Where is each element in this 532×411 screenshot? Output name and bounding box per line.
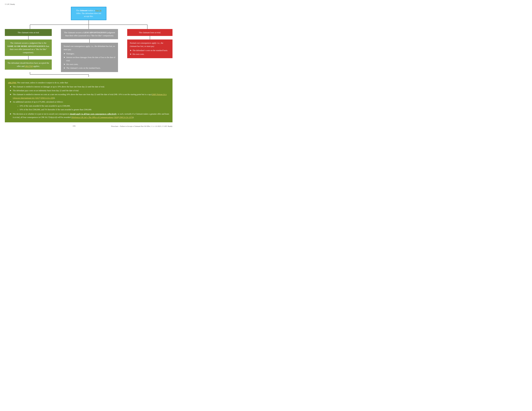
arrow-icon-3: ➤: [64, 63, 65, 66]
bottom-section: r36.17(4): The court must, unless it con…: [5, 78, 172, 122]
bottom-item-4: ➤ An additional sanction of up to £75,00…: [10, 100, 169, 112]
bottom-list: ➤ The claimant is entitled to interest o…: [10, 85, 169, 119]
arrow-icon-4: ➤: [64, 66, 65, 70]
defendant-accepted-box: The defendant should therefore have acce…: [5, 59, 52, 70]
normal-cost-center-item-2: ➤ Interest on those damages from the dat…: [64, 56, 115, 62]
bottom-item-5: ➤ The decision as to whether it is just …: [10, 112, 169, 119]
right-column: The claimant loses at trial. Normal cost…: [127, 29, 172, 58]
same-advantageous-box: The claimant secures a judgment that is …: [5, 39, 52, 56]
r36-ref-link[interactable]: r36.17(4):: [8, 82, 17, 84]
arrow-b1: ➤: [10, 85, 11, 88]
part36-link-top[interactable]: Part 36: [95, 9, 101, 12]
sub-item-2: ▪ 10% of the first £500,000, and 5% ther…: [18, 108, 92, 111]
normal-cost-center-item-3: ➤ His own costs;: [64, 63, 115, 66]
arrow-icon-1: ➤: [64, 52, 65, 55]
normal-cost-right-box: Normal cost consequences apply: i.e., th…: [127, 39, 172, 58]
fc-top: The claimant makes a Part 36 Offer. The …: [5, 7, 172, 20]
connector-lines-svg: [5, 20, 172, 29]
bottom-item-3: ➤ The claimant is entitled to interest o…: [10, 93, 169, 100]
arrow-b2: ➤: [10, 89, 11, 92]
bottom-connector-svg: [5, 72, 172, 77]
normal-cost-center-item-1: ➤ Damages;: [64, 52, 115, 55]
footer-right: Flowchart – Failure to Accept a Claimant…: [111, 125, 172, 127]
arrow-icon-r2: ➤: [130, 53, 132, 56]
copyright: © LPC Buddy: [5, 3, 172, 5]
footer: 155 Flowchart – Failure to Accept a Clai…: [5, 125, 172, 127]
arrow-icon-2: ➤: [64, 56, 65, 59]
claimant-wins-box: The claimant wins at trial: [5, 29, 52, 36]
vline-left-2: [28, 56, 28, 59]
square-icon-2: ▪: [18, 108, 18, 111]
three-columns: The claimant wins at trial The claimant …: [5, 29, 172, 72]
sub-item-1: ▪ 10% of the sum awarded if the sum awar…: [18, 104, 92, 108]
vline-right-1: [150, 36, 150, 39]
top-offer-box: The claimant makes a Part 36 Offer. The …: [71, 7, 106, 20]
normal-cost-center-header: Normal cost consequences apply: i.e., th…: [64, 45, 115, 51]
arrow-b4: ➤: [10, 100, 11, 104]
bottom-item-1: ➤ The claimant is entitled to interest o…: [10, 85, 169, 88]
center-column: The claimant secures a LESS ADVANTAGEOUS…: [61, 29, 118, 72]
normal-cost-right-item-2: ➤ His own costs.: [130, 53, 170, 56]
less-advantageous-box: The claimant secures a LESS ADVANTAGEOUS…: [61, 29, 118, 39]
telefonica-link[interactable]: Telefonica UK Ltd v The Office of Commun…: [72, 116, 133, 119]
square-icon-1: ▪: [18, 104, 18, 108]
claimant-loses-box: The claimant loses at trial.: [127, 29, 172, 36]
normal-cost-right-header: Normal cost consequences apply: i.e., th…: [130, 41, 170, 48]
vline-mid-1: [89, 39, 90, 43]
arrow-icon-r1: ➤: [130, 49, 132, 52]
arrow-b5: ➤: [10, 112, 11, 116]
normal-cost-center-box: Normal cost consequences apply: i.e., th…: [61, 43, 118, 72]
bottom-intro: r36.17(4): The court must, unless it con…: [8, 81, 169, 84]
left-column: The claimant wins at trial The claimant …: [5, 29, 52, 70]
bottom-item-2: ➤ The defendant pays costs on an indemni…: [10, 89, 169, 92]
arrow-b3: ➤: [10, 93, 11, 96]
flowchart-wrapper: The claimant makes a Part 36 Offer. The …: [5, 7, 172, 77]
vline-left-1: [28, 36, 28, 39]
footer-center: 155: [37, 125, 111, 127]
sub-list: ▪ 10% of the sum awarded if the sum awar…: [18, 104, 92, 112]
normal-cost-center-item-4: ➤ The claimant’s costs on the standard b…: [64, 66, 115, 70]
normal-cost-right-item-1: ➤ The defendant’s costs on the standard …: [130, 49, 170, 52]
omv-link[interactable]: OMV Petrom SA v Glencore International A…: [13, 93, 167, 99]
r36-link-left[interactable]: r36.17(4): [25, 65, 33, 67]
